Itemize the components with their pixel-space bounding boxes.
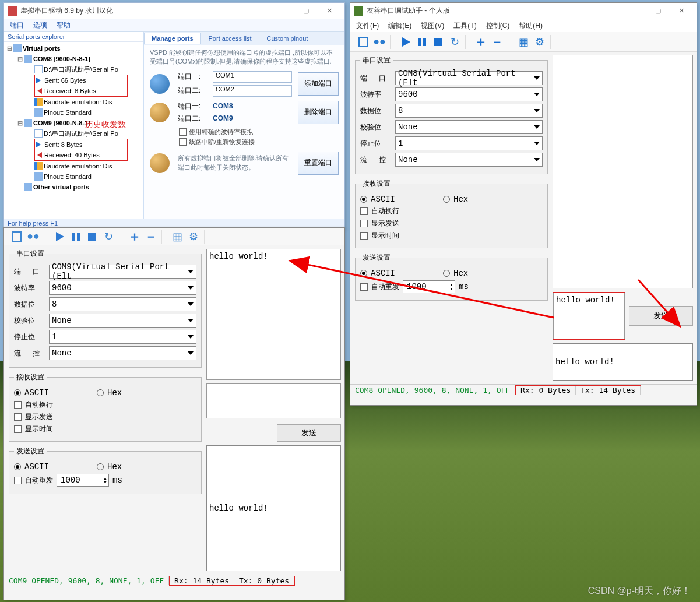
- maximize-button[interactable]: ▢: [294, 5, 318, 17]
- left-send-button[interactable]: 发送: [277, 424, 341, 442]
- autowrap-label: 自动换行: [25, 400, 53, 410]
- right-repeat-interval[interactable]: 1000▲▼: [403, 280, 455, 293]
- r-flow-label: 流 控: [360, 155, 391, 165]
- right-showtime-checkbox[interactable]: [360, 232, 368, 240]
- right-send-button[interactable]: 发送: [629, 306, 693, 326]
- left-history-select[interactable]: hello world!: [206, 445, 341, 572]
- right-titlebar[interactable]: 友善串口调试助手 - 个人版 — ▢ ✕: [350, 3, 697, 19]
- pause-icon[interactable]: [415, 35, 429, 49]
- plus-icon[interactable]: ＋: [128, 230, 142, 244]
- minimize-button[interactable]: —: [271, 5, 294, 17]
- left-autowrap-checkbox[interactable]: [14, 401, 22, 409]
- window-icon[interactable]: ▦: [516, 35, 530, 49]
- com9-app[interactable]: D:\串口调试助手\Serial Po: [44, 129, 118, 138]
- right-history-select[interactable]: hello world!: [553, 343, 693, 381]
- left-send-ascii-radio[interactable]: [14, 463, 21, 470]
- record-icon[interactable]: ●●: [372, 35, 386, 49]
- right-recv-hex-radio[interactable]: [443, 196, 450, 203]
- reset-ports-button[interactable]: 重置端口: [298, 152, 339, 175]
- right-recv-ascii-radio[interactable]: [360, 196, 367, 203]
- right-stopbits-select[interactable]: 1: [395, 136, 543, 150]
- tree-com9[interactable]: COM9 [9600-N-8-1]: [33, 119, 90, 126]
- menu-view[interactable]: 视图(V): [417, 20, 448, 32]
- left-showtime-checkbox[interactable]: [14, 425, 22, 433]
- right-baud-select[interactable]: 9600: [395, 87, 543, 101]
- menu-tools[interactable]: 工具(T): [450, 20, 480, 32]
- play-icon[interactable]: [399, 35, 413, 49]
- right-autorepeat-checkbox[interactable]: [360, 283, 368, 291]
- tab-manage-ports[interactable]: Manage ports: [144, 33, 201, 44]
- play-icon[interactable]: [52, 230, 66, 244]
- right-databits-select[interactable]: 8: [395, 104, 543, 118]
- stop-icon[interactable]: [431, 35, 445, 49]
- tree-other[interactable]: Other virtual ports: [33, 184, 89, 191]
- plus-icon[interactable]: ＋: [474, 35, 488, 49]
- new-file-icon[interactable]: [356, 35, 370, 49]
- menu-help[interactable]: 帮助: [53, 19, 74, 31]
- ascii-label: ASCII: [371, 195, 395, 204]
- tree-root[interactable]: Virtual ports: [23, 45, 61, 52]
- menu-options[interactable]: 选项: [30, 19, 51, 31]
- line-break-checkbox[interactable]: [179, 138, 187, 146]
- recv-group-label: 接收设置: [360, 179, 393, 189]
- menu-control[interactable]: 控制(C): [483, 20, 513, 32]
- new-file-icon[interactable]: [10, 230, 24, 244]
- right-flow-select[interactable]: None: [395, 153, 543, 167]
- left-send-hex-radio[interactable]: [97, 463, 104, 470]
- strict-baud-checkbox[interactable]: [179, 128, 187, 136]
- left-recv-ascii-radio[interactable]: [14, 389, 21, 396]
- right-port-group: 串口设置 端 口 COM8(Virtual Serial Port (Elt 波…: [355, 55, 548, 174]
- left-send-area[interactable]: [206, 383, 341, 418]
- reload-icon[interactable]: ↻: [101, 230, 115, 244]
- tree-com8[interactable]: COM8 [9600-N-8-1]: [33, 55, 90, 62]
- vspd-titlebar[interactable]: 虚拟串口驱动 6.9 by 耿川汉化 — ▢ ✕: [4, 3, 344, 19]
- add-pair-button[interactable]: 添加端口: [298, 72, 339, 96]
- right-send-hex-radio[interactable]: [443, 270, 450, 277]
- close-button[interactable]: ✕: [318, 5, 341, 17]
- right-port-select[interactable]: COM8(Virtual Serial Port (Elt: [395, 71, 543, 85]
- record-icon[interactable]: ●●: [26, 230, 40, 244]
- port-tree[interactable]: ⊟Virtual ports ⊟COM8 [9600-N-8-1] D:\串口调…: [4, 42, 143, 193]
- right-showsend-checkbox[interactable]: [360, 220, 368, 227]
- com8-app[interactable]: D:\串口调试助手\Serial Po: [44, 65, 118, 74]
- vspd-app-icon: [8, 6, 17, 16]
- minus-icon[interactable]: －: [490, 35, 504, 49]
- settings-icon[interactable]: ⚙: [187, 230, 200, 244]
- right-send-ascii-radio[interactable]: [360, 270, 367, 277]
- maximize-button[interactable]: ▢: [646, 5, 670, 17]
- left-baud-select[interactable]: 9600: [49, 281, 196, 295]
- left-databits-select[interactable]: 8: [49, 297, 196, 311]
- menu-edit[interactable]: 编辑(E): [385, 20, 415, 32]
- right-parity-select[interactable]: None: [395, 120, 543, 134]
- tab-custom-pinout[interactable]: Custom pinout: [259, 33, 315, 44]
- menu-file[interactable]: 文件(F): [353, 20, 382, 32]
- left-flow-select[interactable]: None: [49, 346, 196, 360]
- right-autowrap-checkbox[interactable]: [360, 207, 368, 215]
- delete-pair-button[interactable]: 删除端口: [298, 101, 339, 124]
- menu-help[interactable]: 帮助(H): [515, 20, 546, 32]
- left-recv-hex-radio[interactable]: [97, 389, 104, 396]
- reload-icon[interactable]: ↻: [448, 35, 462, 49]
- close-button[interactable]: ✕: [670, 5, 693, 17]
- window-icon[interactable]: ▦: [170, 230, 184, 244]
- left-parity-select[interactable]: None: [49, 314, 196, 328]
- left-repeat-interval[interactable]: 1000▲▼: [57, 474, 109, 487]
- left-showsend-checkbox[interactable]: [14, 413, 22, 421]
- right-receive-area[interactable]: [553, 55, 693, 288]
- left-port-select[interactable]: COM9(Virtual Serial Port (Elt: [49, 265, 196, 279]
- stop-icon[interactable]: [85, 230, 99, 244]
- l-port-label: 端 口: [14, 267, 44, 277]
- add-port2-select[interactable]: COM2: [213, 85, 292, 97]
- left-stopbits-select[interactable]: 1: [49, 330, 196, 344]
- minus-icon[interactable]: －: [144, 230, 158, 244]
- pause-icon[interactable]: [69, 230, 83, 244]
- settings-icon[interactable]: ⚙: [533, 35, 547, 49]
- minimize-button[interactable]: —: [623, 5, 646, 17]
- r-stop-label: 停止位: [360, 139, 391, 149]
- left-autorepeat-checkbox[interactable]: [14, 477, 22, 484]
- menu-port[interactable]: 端口: [6, 19, 27, 31]
- left-receive-area[interactable]: hello world!: [206, 249, 341, 380]
- right-send-area[interactable]: hello world!: [553, 293, 625, 339]
- add-port1-select[interactable]: COM1: [213, 71, 292, 83]
- tab-port-access[interactable]: Port access list: [201, 33, 259, 44]
